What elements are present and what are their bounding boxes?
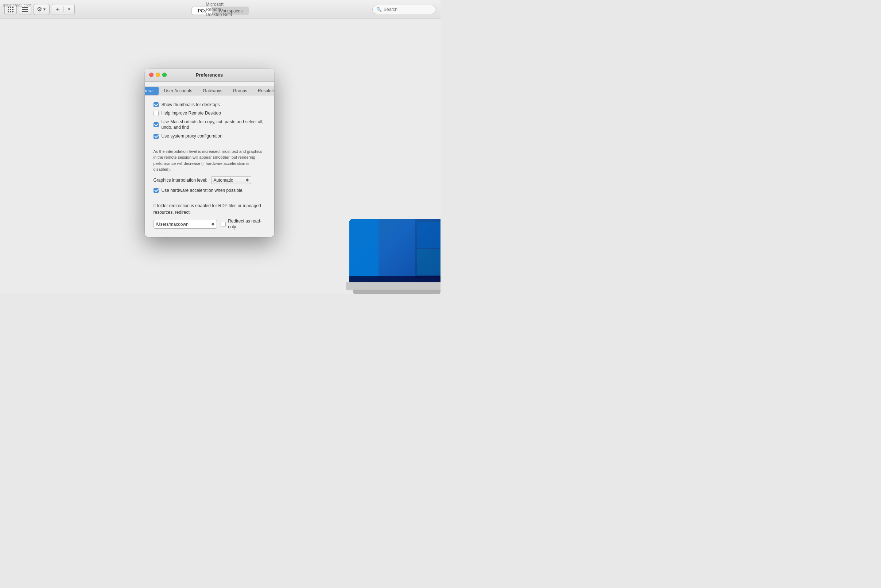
folder-down-arrow — [211, 224, 214, 226]
folder-path-select[interactable]: /Users/macdown — [153, 220, 217, 229]
select-arrows-icon — [246, 178, 249, 182]
tab-gateways[interactable]: Gateways — [198, 87, 227, 95]
close-button[interactable] — [149, 73, 153, 77]
help-improve-label: Help improve Remote Desktop — [162, 111, 221, 116]
readonly-row: Redirect as read-only — [220, 219, 265, 230]
interpolation-value: Automatic — [214, 178, 244, 183]
settings-dropdown-arrow: ▼ — [43, 7, 46, 11]
system-proxy-label: Use system proxy configuration — [162, 134, 222, 140]
tab-resolutions[interactable]: Resolutions — [253, 87, 274, 95]
tab-user-accounts[interactable]: User Accounts — [159, 87, 197, 95]
tab-groups[interactable]: Groups — [228, 87, 252, 95]
modal-title: Preferences — [196, 72, 223, 78]
folder-up-arrow — [211, 222, 214, 224]
add-dropdown-button[interactable]: ▼ — [63, 4, 74, 15]
maximize-button[interactable] — [162, 73, 167, 77]
hardware-accel-checkbox[interactable] — [153, 188, 159, 193]
gear-icon: ⚙ — [37, 6, 42, 13]
interpolation-select[interactable]: Automatic — [211, 176, 251, 184]
interpolation-row: Graphics interpolation level: Automatic — [153, 176, 265, 184]
down-arrow-icon — [246, 180, 249, 182]
interpolation-description: As the interpolation level is increased,… — [153, 148, 265, 172]
preferences-modal: Preferences General User Accounts Gatewa… — [145, 69, 274, 237]
add-button[interactable]: + — [52, 4, 63, 15]
toolbar: www.MacZ.com ⚙ ▼ + ▼ Microsoft Remote De… — [0, 0, 440, 19]
tabs-container: General User Accounts Gateways Groups Re… — [145, 82, 274, 99]
up-arrow-icon — [246, 178, 249, 180]
folder-path-text: /Users/macdown — [156, 222, 210, 227]
modal-titlebar: Preferences — [145, 69, 274, 82]
tabs: General User Accounts Gateways Groups Re… — [145, 86, 274, 96]
interpolation-label: Graphics interpolation level: — [153, 178, 207, 183]
modal-general-content: Show thumbnails for desktops Help improv… — [145, 99, 274, 237]
system-proxy-row: Use system proxy configuration — [153, 134, 265, 140]
settings-button[interactable]: ⚙ ▼ — [33, 4, 49, 15]
system-proxy-checkbox[interactable] — [153, 134, 159, 139]
folder-redirect-description: If folder redirection is enabled for RDP… — [153, 202, 265, 216]
main-content: Preferences General User Accounts Gatewa… — [0, 19, 440, 294]
hardware-accel-label: Use hardware acceleration when possible. — [162, 188, 244, 194]
help-improve-row: Help improve Remote Desktop — [153, 111, 265, 116]
show-thumbnails-label: Show thumbnails for desktops — [162, 102, 220, 108]
window-controls — [149, 73, 167, 77]
show-thumbnails-row: Show thumbnails for desktops — [153, 102, 265, 108]
toolbar-right: 🔍 — [372, 5, 436, 14]
app-title: Microsoft Remote Desktop Beta — [206, 2, 234, 17]
modal-overlay: Preferences General User Accounts Gatewa… — [0, 19, 440, 294]
search-icon: 🔍 — [376, 7, 382, 12]
list-icon — [22, 7, 28, 12]
divider-1 — [153, 144, 265, 144]
mac-shortcuts-row: Use Mac shortcuts for copy, cut, paste a… — [153, 119, 265, 130]
search-input[interactable] — [384, 7, 432, 12]
search-box[interactable]: 🔍 — [372, 5, 436, 14]
tab-general[interactable]: General — [145, 87, 159, 95]
folder-row: /Users/macdown Redirect as read-only — [153, 219, 265, 230]
add-button-group: + ▼ — [52, 4, 75, 15]
folder-select-arrows-icon — [211, 222, 214, 226]
divider-2 — [153, 198, 265, 198]
mac-shortcuts-checkbox[interactable] — [153, 122, 159, 127]
show-thumbnails-checkbox[interactable] — [153, 102, 159, 107]
readonly-label: Redirect as read-only — [228, 219, 265, 230]
watermark-label: www.MacZ.com — [3, 3, 31, 7]
mac-shortcuts-label: Use Mac shortcuts for copy, cut, paste a… — [162, 119, 265, 130]
hardware-accel-row: Use hardware acceleration when possible. — [153, 188, 265, 194]
minimize-button[interactable] — [156, 73, 160, 77]
readonly-checkbox[interactable] — [220, 222, 226, 227]
help-improve-checkbox[interactable] — [153, 111, 159, 116]
